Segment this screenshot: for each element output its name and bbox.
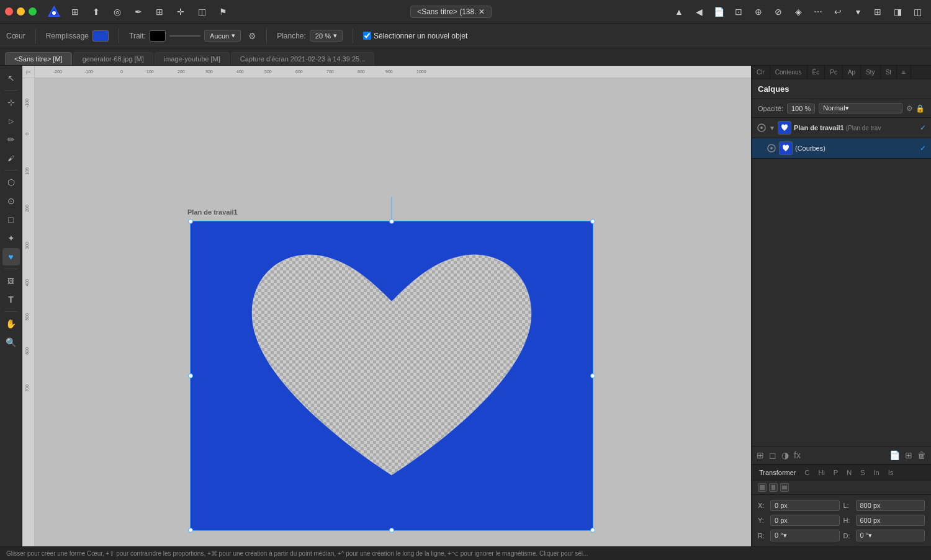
y-value[interactable]: 0 px [770, 515, 840, 526]
align-icon-2[interactable] [769, 483, 778, 492]
x-value[interactable]: 0 px [770, 500, 840, 511]
zoom-dropdown[interactable]: 20 %▾ [310, 30, 343, 42]
heart-tool[interactable]: ♥ [2, 248, 20, 265]
align-icon-3[interactable] [780, 483, 789, 492]
fx-bottom-icon[interactable]: fx [794, 450, 801, 460]
panel-tab-clr[interactable]: Clr [752, 66, 770, 79]
fullscreen-button[interactable] [29, 7, 37, 16]
vector-tool[interactable]: ▷ [2, 112, 20, 130]
icon2[interactable]: ◫ [909, 3, 926, 20]
trans-tab-is[interactable]: Is [886, 468, 896, 478]
rect-tool[interactable]: □ [2, 211, 20, 228]
panel-tab-ap[interactable]: Ap [843, 66, 861, 79]
move-icon[interactable]: ✛ [172, 3, 189, 20]
image-tool[interactable]: 🖼 [2, 272, 20, 290]
paint-tool[interactable]: 🖌 [2, 149, 20, 167]
node-tool[interactable]: ⊹ [2, 94, 20, 111]
layer-item-artboard[interactable]: ▼ Plan de travail1 (Plan de trav ✓ [752, 118, 931, 138]
layers2-icon[interactable]: ⊞ [869, 3, 886, 20]
tab-capture[interactable]: Capture d'écran 2021-02-23 à 14.39.25... [231, 52, 374, 65]
grid-icon[interactable]: ⊞ [66, 3, 84, 20]
canvas-content[interactable]: Plan de travail1 [35, 78, 751, 546]
star-tool[interactable]: ✦ [2, 229, 20, 247]
text-tool[interactable]: T [2, 291, 20, 308]
add-bottom-icon[interactable]: 📄 [889, 450, 900, 460]
trans-tab-s[interactable]: S [858, 468, 867, 478]
tab-sans-titre[interactable]: <Sans titre> [M] [5, 52, 72, 65]
tab-generator[interactable]: generator-68.jpg [M] [73, 52, 153, 65]
panel-tab-ec[interactable]: Éc [807, 66, 825, 79]
trans-tab-hi[interactable]: Hi [816, 468, 827, 478]
planche-label: Planche: [277, 32, 306, 40]
pointer-tool[interactable]: ↖ [2, 69, 20, 87]
align-icon-1[interactable] [758, 483, 767, 492]
layer-check-artboard[interactable]: ✓ [920, 123, 926, 132]
layer-thumb-courbes [779, 141, 793, 155]
zoom-icon[interactable]: ⊕ [750, 3, 767, 20]
layer-check-courbes[interactable]: ✓ [920, 144, 926, 153]
grid3-icon[interactable]: ⊞ [151, 3, 168, 20]
artboard[interactable] [190, 221, 593, 531]
pen-icon[interactable]: ✒ [130, 3, 147, 20]
l-field: L: 800 px [843, 500, 925, 511]
l-value[interactable]: 800 px [856, 500, 925, 511]
trans-tab-c[interactable]: C [803, 468, 812, 478]
book-icon[interactable]: 📄 [710, 3, 727, 20]
shape-tool[interactable]: ⬡ [2, 174, 20, 191]
layer-visibility-toggle[interactable] [757, 123, 767, 133]
undo-icon[interactable]: ↩ [829, 3, 847, 20]
settings-icon[interactable]: ⚙ [906, 104, 913, 113]
eraser-icon[interactable]: ◈ [789, 3, 807, 20]
copy-bottom-icon[interactable]: ◻ [769, 450, 776, 460]
d-value[interactable]: 0 °▾ [856, 530, 925, 541]
trans-tab-n[interactable]: N [844, 468, 854, 478]
layer-visibility-courbes[interactable] [767, 143, 776, 153]
panel-tab-pc[interactable]: Pc [825, 66, 843, 79]
zoom-tool[interactable]: 🔍 [2, 334, 20, 351]
window-icon[interactable]: ⊡ [730, 3, 747, 20]
document-title[interactable]: <Sans titre> (138. ✕ [410, 6, 492, 18]
opacity-value[interactable]: 100 % [787, 104, 815, 113]
trans-tab-p[interactable]: P [831, 468, 840, 478]
layer-item-courbes[interactable]: (Courbes) ✓ [752, 138, 931, 159]
back-icon[interactable]: ◀ [690, 3, 708, 20]
trans-tab-in[interactable]: In [871, 468, 881, 478]
panel-tab-sty[interactable]: Sty [861, 66, 880, 79]
group-bottom-icon[interactable]: ⊞ [905, 450, 912, 460]
select-new-obj-input[interactable] [363, 32, 371, 40]
delete-bottom-icon[interactable]: 🗑 [917, 450, 926, 460]
panel-tab-st[interactable]: St [881, 66, 897, 79]
select-new-obj-checkbox[interactable]: Sélectionner un nouvel objet [363, 32, 467, 40]
canvas-area[interactable]: px -200 -100 0 100 200 300 400 500 600 7… [22, 66, 751, 546]
tab-image-youtube[interactable]: image-youtube [M] [155, 52, 230, 65]
lasso-icon[interactable]: ⊘ [770, 3, 787, 20]
lock-icon[interactable]: 🔒 [915, 104, 925, 113]
mask-bottom-icon[interactable]: ◑ [781, 450, 789, 460]
h-value[interactable]: 600 px [856, 515, 925, 526]
dropdown-icon[interactable]: ▾ [849, 3, 866, 20]
share-icon[interactable]: ⬆ [88, 3, 105, 20]
fill-color-swatch[interactable] [92, 30, 109, 42]
gear-icon[interactable]: ⚙ [248, 31, 256, 41]
flag-icon[interactable]: ⚑ [214, 3, 232, 20]
layer-expand-icon[interactable]: ▼ [769, 125, 775, 131]
blend-mode-dropdown[interactable]: Normal▾ [819, 103, 902, 113]
icon1[interactable]: ◨ [889, 3, 906, 20]
circle-icon[interactable]: ◎ [109, 3, 126, 20]
layers-icon[interactable]: ◫ [193, 3, 210, 20]
ellipse-tool[interactable]: ⊙ [2, 192, 20, 210]
pencil-tool[interactable]: ✏ [2, 131, 20, 148]
minimize-button[interactable] [17, 7, 25, 16]
panel-tab-menu[interactable]: ≡ [897, 66, 911, 79]
arrow-icon[interactable]: ▲ [670, 3, 688, 20]
pan-tool[interactable]: ✋ [2, 315, 20, 332]
svg-text:0: 0 [120, 69, 123, 74]
close-button[interactable] [5, 7, 13, 16]
stroke-type-dropdown[interactable]: Aucun▾ [204, 30, 241, 42]
layers-bottom-icon[interactable]: ⊞ [757, 450, 764, 460]
more-icon[interactable]: ⋯ [809, 3, 827, 20]
svg-text:400: 400 [236, 69, 244, 74]
r-value[interactable]: 0 °▾ [770, 530, 840, 541]
stroke-color-swatch[interactable] [150, 30, 166, 42]
panel-tab-contenus[interactable]: Contenus [770, 66, 807, 79]
